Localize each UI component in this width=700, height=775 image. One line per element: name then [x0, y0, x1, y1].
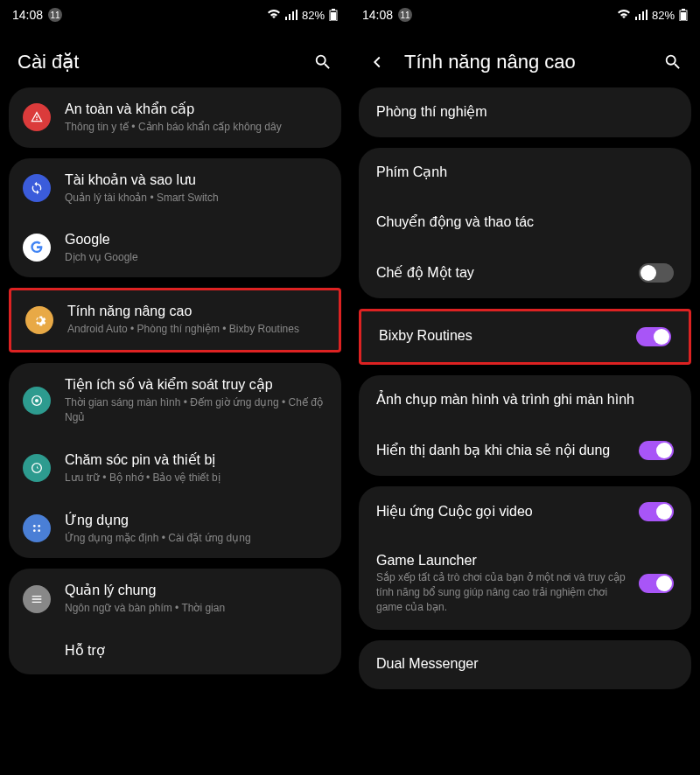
- status-right: 82%: [267, 9, 338, 22]
- gear-plus-icon: [25, 306, 53, 334]
- page-title: Tính năng nâng cao: [404, 51, 576, 73]
- item-contacts-share[interactable]: Hiển thị danh bạ khi chia sẻ nội dung: [359, 425, 691, 476]
- battery-icon: [329, 9, 338, 21]
- phone-left: 14:08 11 82% Cài đặt An toàn và khẩn cấp…: [0, 0, 350, 775]
- status-bar: 14:08 11 82%: [0, 0, 350, 30]
- item-subtitle: Dịch vụ Google: [65, 250, 327, 265]
- highlighted-item: Tính năng nâng cao Android Auto • Phòng …: [9, 288, 341, 353]
- advanced-list: Phòng thí nghiệm Phím Cạnh Chuyển động v…: [350, 87, 700, 775]
- battery-icon: [679, 9, 688, 21]
- item-subtitle: Lưu trữ • Bộ nhớ • Bảo vệ thiết bị: [65, 471, 327, 485]
- item-advanced[interactable]: Tính năng nâng cao Android Auto • Phòng …: [11, 290, 339, 350]
- item-onehand[interactable]: Chế độ Một tay: [359, 248, 691, 298]
- item-title: Google: [65, 232, 327, 248]
- item-title: Chăm sóc pin và thiết bị: [65, 451, 327, 468]
- toggle-onehand[interactable]: [639, 263, 674, 283]
- highlighted-item: Bixby Routines: [359, 309, 691, 365]
- item-subtitle: Quản lý tài khoản • Smart Switch: [65, 191, 327, 206]
- toggle-contacts[interactable]: [639, 441, 674, 460]
- item-subtitle: Android Auto • Phòng thí nghiệm • Bixby …: [67, 322, 325, 337]
- settings-list: An toàn và khẩn cấp Thông tin y tế • Cản…: [0, 87, 350, 775]
- item-title: Tài khoản và sao lưu: [65, 171, 327, 188]
- svg-point-9: [38, 529, 40, 532]
- item-general[interactable]: Quản lý chung Ngôn ngữ và bàn phím • Thờ…: [9, 569, 341, 629]
- item-video-effects[interactable]: Hiệu ứng Cuộc gọi video: [359, 486, 691, 537]
- item-bixby-routines[interactable]: Bixby Routines: [361, 311, 689, 362]
- item-title: Tính năng nâng cao: [67, 304, 325, 319]
- svg-point-8: [33, 529, 36, 532]
- battery-care-icon: [23, 454, 51, 482]
- wellbeing-icon: [23, 387, 51, 415]
- item-dual-messenger[interactable]: Dual Messenger: [359, 640, 691, 689]
- svg-point-6: [33, 525, 36, 527]
- back-icon[interactable]: [368, 52, 387, 72]
- battery-percent: 82%: [652, 9, 675, 22]
- item-support[interactable]: Hỗ trợ: [9, 629, 341, 674]
- signal-icon: [635, 10, 648, 20]
- search-icon[interactable]: [313, 52, 332, 72]
- svg-rect-2: [332, 9, 335, 10]
- general-icon: [23, 585, 51, 613]
- search-icon[interactable]: [663, 52, 682, 72]
- item-safety[interactable]: An toàn và khẩn cấp Thông tin y tế • Cản…: [9, 87, 341, 148]
- status-time: 14:08: [362, 8, 393, 22]
- apps-icon: [23, 514, 51, 542]
- item-subtitle: Ứng dụng mặc định • Cài đặt ứng dụng: [65, 531, 327, 546]
- item-wellbeing[interactable]: Tiện ích số và kiểm soát truy cập Thời g…: [9, 363, 341, 438]
- item-motions[interactable]: Chuyển động và thao tác: [359, 198, 691, 248]
- sync-icon: [23, 174, 51, 202]
- svg-rect-12: [682, 9, 685, 10]
- item-title: An toàn và khẩn cấp: [65, 101, 327, 117]
- item-title: Quản lý chung: [65, 582, 327, 598]
- svg-point-4: [35, 399, 38, 402]
- notif-badge: 11: [398, 8, 412, 22]
- item-subtitle: Ngôn ngữ và bàn phím • Thời gian: [65, 601, 327, 616]
- wifi-icon: [267, 10, 281, 20]
- item-sidekey[interactable]: Phím Cạnh: [359, 148, 691, 198]
- svg-rect-11: [681, 12, 686, 20]
- header: Tính năng nâng cao: [350, 30, 700, 87]
- item-google[interactable]: Google Dịch vụ Google: [9, 219, 341, 278]
- item-subtitle: Thời gian sáng màn hình • Đếm giờ ứng dụ…: [65, 395, 327, 425]
- status-right: 82%: [617, 9, 688, 22]
- svg-point-7: [38, 525, 40, 527]
- item-title: Hỗ trợ: [65, 642, 327, 659]
- notif-badge: 11: [48, 8, 62, 22]
- google-icon: [23, 234, 51, 262]
- item-apps[interactable]: Ứng dụng Ứng dụng mặc định • Cài đặt ứng…: [9, 499, 341, 559]
- item-subtitle: Thông tin y tế • Cảnh báo khẩn cấp không…: [65, 120, 327, 135]
- toggle-video[interactable]: [639, 502, 674, 521]
- svg-rect-1: [331, 12, 336, 20]
- item-title: Ứng dụng: [65, 512, 327, 528]
- item-game-launcher[interactable]: Game Launcher Sắp xếp tất cả trò chơi củ…: [359, 537, 691, 630]
- item-title: Tiện ích số và kiểm soát truy cập: [65, 376, 327, 393]
- status-time: 14:08: [12, 8, 43, 22]
- item-labs[interactable]: Phòng thí nghiệm: [359, 87, 691, 137]
- battery-percent: 82%: [302, 9, 325, 22]
- toggle-game[interactable]: [639, 574, 674, 593]
- item-accounts[interactable]: Tài khoản và sao lưu Quản lý tài khoản •…: [9, 158, 341, 219]
- status-bar: 14:08 11 82%: [350, 0, 700, 30]
- alert-icon: [23, 103, 51, 131]
- page-title: Cài đặt: [18, 51, 79, 73]
- item-screenshots[interactable]: Ảnh chụp màn hình và trình ghi màn hình: [359, 375, 691, 425]
- item-battery[interactable]: Chăm sóc pin và thiết bị Lưu trữ • Bộ nh…: [9, 438, 341, 499]
- toggle-bixby[interactable]: [636, 327, 671, 346]
- phone-right: 14:08 11 82% Tính năng nâng cao Phòng th…: [350, 0, 700, 775]
- header: Cài đặt: [0, 30, 350, 87]
- wifi-icon: [617, 10, 631, 20]
- signal-icon: [285, 10, 298, 20]
